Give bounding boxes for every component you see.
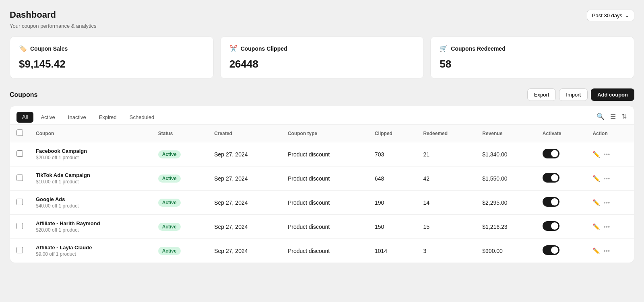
status-badge: Active <box>158 199 181 207</box>
export-button[interactable]: Export <box>527 88 556 101</box>
row-redeemed-cell: 14 <box>417 191 476 215</box>
table-row: Affiliate - Harith Raymond $20.00 off 1 … <box>10 215 634 239</box>
row-checkbox-cell <box>10 142 29 166</box>
sort-button[interactable]: ⇅ <box>621 112 627 121</box>
status-badge: Active <box>158 175 181 183</box>
stat-card-header-redeemed: 🛒 Coupons Redeemed <box>440 45 625 52</box>
row-revenue-cell: $1,550.00 <box>476 166 536 191</box>
tab-active[interactable]: Active <box>35 112 60 124</box>
table-row: TikTok Ads Campaign $10.00 off 1 product… <box>10 166 634 191</box>
row-activate-cell <box>536 215 586 239</box>
row-checkbox[interactable] <box>17 175 23 181</box>
import-button[interactable]: Import <box>559 88 588 101</box>
coupon-name: Facebook Campaign <box>36 148 145 154</box>
tab-expired[interactable]: Expired <box>93 112 122 124</box>
row-revenue-cell: $900.00 <box>476 239 536 263</box>
row-redeemed-cell: 15 <box>417 215 476 239</box>
row-activate-cell <box>536 239 586 263</box>
row-revenue-cell: $1,216.23 <box>476 215 536 239</box>
table-row: Affiliate - Layla Claude $9.00 off 1 pro… <box>10 239 634 263</box>
stats-grid: 🏷️ Coupon Sales $9,145.42 ✂️ Coupons Cli… <box>10 36 634 79</box>
row-checkbox-cell <box>10 166 29 191</box>
row-checkbox[interactable] <box>17 199 23 205</box>
search-button[interactable]: 🔍 <box>596 112 605 121</box>
coupons-section: Coupons Export Import Add coupon All Act… <box>10 88 634 263</box>
tab-scheduled[interactable]: Scheduled <box>124 112 160 124</box>
more-button[interactable]: ••• <box>603 151 610 158</box>
sort-icon: ⇅ <box>621 113 627 120</box>
stat-value-redeemed: 58 <box>440 58 625 70</box>
row-created-cell: Sep 27, 2024 <box>208 239 281 263</box>
row-coupon-cell: Google Ads $40.00 off 1 product <box>29 191 152 215</box>
chevron-down-icon: ⌄ <box>625 12 629 18</box>
row-type-cell: Product discount <box>281 166 368 191</box>
coupons-table: Coupon Status Created Coupon type Clippe… <box>10 125 634 263</box>
select-all-checkbox[interactable] <box>17 129 23 136</box>
row-action-cell: ✏️ ••• <box>586 166 634 191</box>
toggle-knob <box>551 198 558 205</box>
row-status-cell: Active <box>152 239 208 263</box>
edit-button[interactable]: ✏️ <box>592 223 600 230</box>
row-coupon-cell: Facebook Campaign $20.00 off 1 product <box>29 142 152 166</box>
tab-inactive[interactable]: Inactive <box>62 112 92 124</box>
activate-toggle[interactable] <box>543 221 559 231</box>
row-checkbox[interactable] <box>17 223 23 229</box>
more-button[interactable]: ••• <box>603 223 610 230</box>
coupon-sub: $9.00 off 1 product <box>36 251 145 257</box>
row-activate-cell <box>536 142 586 166</box>
edit-button[interactable]: ✏️ <box>592 247 600 255</box>
stat-card-header-sales: 🏷️ Coupon Sales <box>19 45 204 52</box>
row-coupon-cell: Affiliate - Layla Claude $9.00 off 1 pro… <box>29 239 152 263</box>
table-header-row: Coupon Status Created Coupon type Clippe… <box>10 125 634 142</box>
filter-button[interactable]: ☰ <box>609 112 617 121</box>
row-clipped-cell: 648 <box>368 166 417 191</box>
status-badge: Active <box>158 247 181 255</box>
edit-button[interactable]: ✏️ <box>592 175 600 182</box>
activate-toggle[interactable] <box>543 173 559 183</box>
row-status-cell: Active <box>152 215 208 239</box>
action-buttons: ✏️ ••• <box>592 223 627 230</box>
row-status-cell: Active <box>152 191 208 215</box>
stat-value-clipped: 26448 <box>229 58 415 70</box>
row-action-cell: ✏️ ••• <box>586 142 634 166</box>
th-clipped: Clipped <box>368 125 417 142</box>
search-icon: 🔍 <box>597 113 605 120</box>
stat-card-header-clipped: ✂️ Coupons Clipped <box>229 45 415 52</box>
stat-label-sales: Coupon Sales <box>30 45 68 52</box>
add-coupon-button[interactable]: Add coupon <box>591 88 634 101</box>
edit-button[interactable]: ✏️ <box>592 199 600 206</box>
row-checkbox[interactable] <box>17 247 23 253</box>
row-created-cell: Sep 27, 2024 <box>208 191 281 215</box>
tabs-row: All Active Inactive Expired Scheduled 🔍 … <box>10 106 634 125</box>
row-action-cell: ✏️ ••• <box>586 239 634 263</box>
activate-toggle[interactable] <box>543 245 559 255</box>
coupon-sub: $20.00 off 1 product <box>36 227 145 233</box>
coupon-name: Affiliate - Layla Claude <box>36 244 145 251</box>
row-checkbox[interactable] <box>17 150 23 157</box>
row-status-cell: Active <box>152 166 208 191</box>
page-header: Dashboard Past 30 days ⌄ <box>10 10 634 21</box>
status-badge: Active <box>158 223 181 231</box>
period-label: Past 30 days <box>592 12 622 18</box>
more-button[interactable]: ••• <box>603 247 610 254</box>
row-clipped-cell: 190 <box>368 191 417 215</box>
th-checkbox <box>10 125 29 142</box>
edit-button[interactable]: ✏️ <box>592 151 600 158</box>
row-redeemed-cell: 3 <box>417 239 476 263</box>
row-revenue-cell: $1,340.00 <box>476 142 536 166</box>
tab-actions: 🔍 ☰ ⇅ <box>596 112 627 124</box>
tab-all[interactable]: All <box>17 112 33 123</box>
row-type-cell: Product discount <box>281 142 368 166</box>
activate-toggle[interactable] <box>543 149 559 158</box>
row-action-cell: ✏️ ••• <box>586 215 634 239</box>
row-activate-cell <box>536 166 586 191</box>
period-selector-button[interactable]: Past 30 days ⌄ <box>587 10 634 21</box>
row-clipped-cell: 1014 <box>368 239 417 263</box>
th-action: Action <box>586 125 634 142</box>
more-button[interactable]: ••• <box>603 199 610 206</box>
activate-toggle[interactable] <box>543 197 559 207</box>
page-title: Dashboard <box>10 10 56 20</box>
more-button[interactable]: ••• <box>603 175 610 182</box>
row-status-cell: Active <box>152 142 208 166</box>
coupon-name: Affiliate - Harith Raymond <box>36 220 145 226</box>
